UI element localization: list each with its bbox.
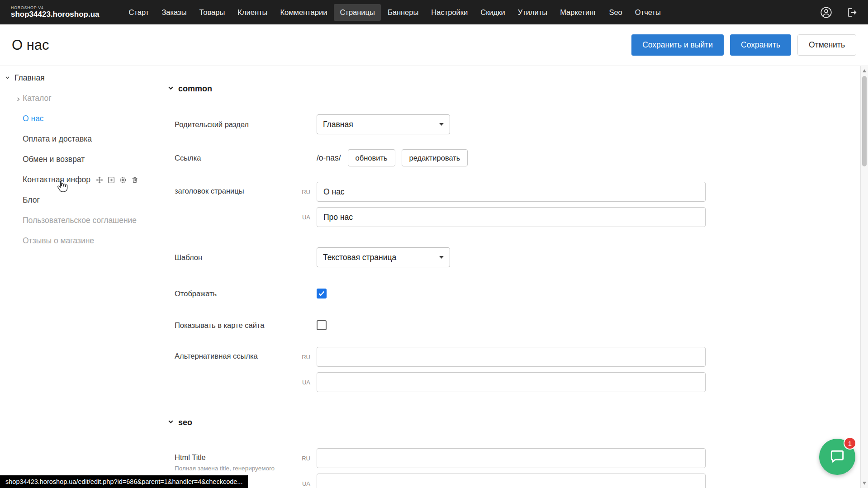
brand: HOROSHOP V4 shop34423.horoshop.ua bbox=[11, 6, 100, 19]
field-alt-link: Альтернативная ссылка RU UA bbox=[175, 347, 868, 392]
save-and-exit-button[interactable]: Сохранить и выйти bbox=[631, 34, 724, 56]
tree-item-label: О нас bbox=[23, 114, 44, 123]
html-title-hint: Полная замена title, генерируемого bbox=[175, 465, 288, 472]
tree-item-blog[interactable]: Блог bbox=[0, 190, 159, 210]
link-label: Ссылка bbox=[175, 154, 317, 162]
section-seo-label: seo bbox=[178, 418, 192, 427]
scrollbar-thumb[interactable] bbox=[862, 76, 867, 166]
page-title-ru-input[interactable] bbox=[317, 182, 706, 202]
page-header: О нас Сохранить и выйти Сохранить Отмени… bbox=[0, 24, 868, 66]
nav-item-pages[interactable]: Страницы bbox=[334, 4, 380, 21]
header-actions: Сохранить и выйти Сохранить Отменить bbox=[631, 34, 856, 56]
account-icon[interactable] bbox=[820, 6, 832, 19]
nav-item-marketing[interactable]: Маркетинг bbox=[554, 4, 602, 21]
field-sitemap: Показывать в карте сайта bbox=[175, 320, 868, 330]
nav-item-products[interactable]: Товары bbox=[194, 4, 231, 21]
nav-item-reports[interactable]: Отчеты bbox=[629, 4, 667, 21]
logout-icon[interactable] bbox=[846, 7, 857, 18]
sitemap-label: Показывать в карте сайта bbox=[175, 321, 317, 330]
field-display: Отображать bbox=[175, 289, 868, 298]
vertical-scrollbar[interactable] bbox=[860, 66, 868, 488]
tree-item-glavnaya[interactable]: Главная bbox=[0, 68, 159, 88]
chat-widget-button[interactable]: 1 bbox=[819, 439, 855, 475]
lang-tag-ua: UA bbox=[293, 379, 317, 386]
alt-link-ua-input[interactable] bbox=[317, 372, 706, 392]
tree-item-obmen-i-vozvrat[interactable]: Обмен и возврат bbox=[0, 149, 159, 170]
section-common[interactable]: common bbox=[167, 84, 868, 94]
section-common-label: common bbox=[178, 84, 212, 94]
tree-item-otzyvy-o-magazine[interactable]: Отзывы о магазине bbox=[0, 231, 159, 251]
alt-link-ru-row: RU bbox=[293, 347, 706, 367]
html-title-label: Html Title bbox=[175, 453, 293, 462]
nav-item-start[interactable]: Старт bbox=[123, 4, 155, 21]
link-edit-button[interactable]: редактировать bbox=[402, 149, 468, 166]
tree-item-polzovatelskoe-soglashenie[interactable]: Пользовательское соглашение bbox=[0, 210, 159, 231]
chat-bubble-icon bbox=[829, 448, 846, 465]
trash-icon[interactable] bbox=[131, 176, 138, 184]
nav-item-banners[interactable]: Баннеры bbox=[382, 4, 424, 21]
tree-item-label: Главная bbox=[14, 73, 45, 83]
html-title-inputs: RU UA bbox=[293, 448, 706, 488]
link-preview-statusbar: shop34423.horoshop.ua/edit/edit.php?id=6… bbox=[0, 475, 248, 488]
chevron-right-icon[interactable] bbox=[15, 95, 21, 104]
topbar-right bbox=[820, 6, 857, 19]
page-title-ua-row: UA bbox=[293, 207, 706, 227]
tree-item-label: Пользовательское соглашение bbox=[23, 216, 137, 225]
tree-item-label: Контактная инфор bbox=[23, 175, 90, 185]
section-seo[interactable]: seo bbox=[167, 418, 868, 427]
nav-item-discounts[interactable]: Скидки bbox=[474, 4, 511, 21]
parent-section-value: Главная bbox=[323, 120, 353, 129]
tree-item-label: Блог bbox=[23, 195, 40, 205]
page-title-label: заголовок страницы bbox=[175, 182, 293, 227]
select-caret-icon bbox=[439, 123, 444, 126]
page-edit-form: common Родительский раздел Главная Ссылк… bbox=[159, 66, 868, 488]
nav-item-utilities[interactable]: Утилиты bbox=[512, 4, 554, 21]
tree-item-label: Отзывы о магазине bbox=[23, 236, 94, 246]
gear-icon[interactable] bbox=[119, 176, 127, 184]
field-template: Шаблон Текстовая страница bbox=[175, 247, 868, 267]
tree-item-katalog[interactable]: Каталог bbox=[0, 88, 159, 109]
alt-link-label: Альтернативная ссылка bbox=[175, 347, 293, 392]
brand-domain: shop34423.horoshop.ua bbox=[11, 10, 100, 19]
nav-item-clients[interactable]: Клиенты bbox=[232, 4, 273, 21]
pages-tree-sidebar: Главная Каталог О нас Оплата и доставка … bbox=[0, 66, 159, 488]
tree-item-kontaktnaya-informatsiya[interactable]: Контактная инфор bbox=[0, 170, 159, 190]
display-checkbox[interactable] bbox=[317, 289, 327, 298]
nav-item-seo[interactable]: Seo bbox=[603, 4, 628, 21]
link-refresh-button[interactable]: обновить bbox=[348, 149, 395, 166]
html-title-ru-input[interactable] bbox=[317, 448, 706, 468]
lang-tag-ru: RU bbox=[293, 189, 317, 195]
cancel-button[interactable]: Отменить bbox=[797, 34, 856, 56]
page-title-ru-row: RU bbox=[293, 182, 706, 202]
save-button[interactable]: Сохранить bbox=[730, 34, 791, 56]
select-caret-icon bbox=[439, 256, 444, 259]
tree-item-oplata-i-dostavka[interactable]: Оплата и доставка bbox=[0, 129, 159, 149]
tree-item-label: Оплата и доставка bbox=[23, 134, 92, 144]
chevron-down-icon[interactable] bbox=[5, 73, 10, 83]
html-title-ua-input[interactable] bbox=[317, 474, 706, 488]
page-title-ua-input[interactable] bbox=[317, 207, 706, 227]
alt-link-ru-input[interactable] bbox=[317, 347, 706, 367]
add-page-icon[interactable] bbox=[108, 176, 115, 184]
sitemap-checkbox[interactable] bbox=[317, 320, 327, 330]
chevron-down-icon[interactable] bbox=[167, 84, 174, 94]
move-icon[interactable] bbox=[96, 176, 103, 184]
nav-item-settings[interactable]: Настройки bbox=[425, 4, 474, 21]
nav-item-orders[interactable]: Заказы bbox=[156, 4, 192, 21]
parent-section-select[interactable]: Главная bbox=[317, 114, 450, 134]
template-select[interactable]: Текстовая страница bbox=[317, 247, 450, 267]
html-title-ua-row: UA bbox=[293, 474, 706, 488]
template-value: Текстовая страница bbox=[323, 253, 396, 262]
lang-tag-ru: RU bbox=[293, 354, 317, 360]
page-title: О нас bbox=[12, 37, 49, 53]
app-window: HOROSHOP V4 shop34423.horoshop.ua Старт … bbox=[0, 0, 868, 488]
nav-item-comments[interactable]: Комментарии bbox=[274, 4, 333, 21]
chevron-down-icon[interactable] bbox=[167, 418, 174, 427]
tree-item-o-nas[interactable]: О нас bbox=[0, 109, 159, 129]
lang-tag-ua: UA bbox=[293, 214, 317, 221]
html-title-ru-row: RU bbox=[293, 448, 706, 468]
lang-tag-ru: RU bbox=[293, 455, 317, 462]
scroll-up-arrow[interactable] bbox=[863, 69, 866, 72]
alt-link-inputs: RU UA bbox=[293, 347, 706, 392]
scroll-down-arrow[interactable] bbox=[863, 482, 866, 485]
